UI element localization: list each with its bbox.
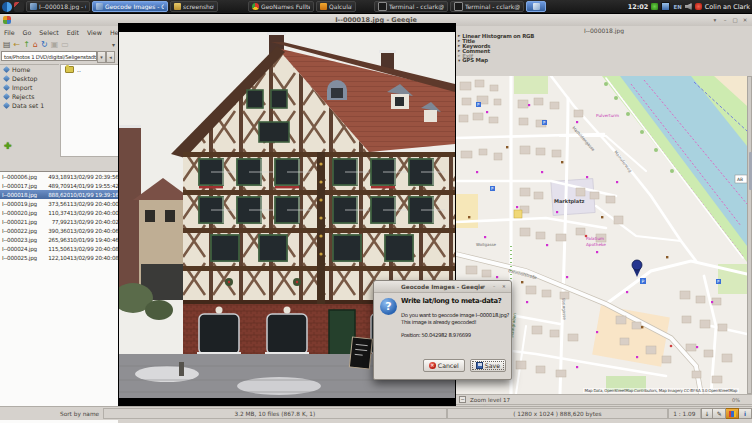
shortcut-rejects[interactable]: Rejects — [0, 92, 59, 101]
window-minimize-button[interactable]: – — [721, 16, 729, 24]
dialog-heading: Write lat/long to meta-data? — [401, 297, 501, 305]
shortcut-home[interactable]: Home — [0, 65, 59, 74]
dialog-titlebar[interactable]: Geocode Images - Geeqie ▾ – ✕ — [374, 281, 511, 293]
cancel-icon: ✕ — [429, 362, 436, 369]
up-icon[interactable]: ↑ — [23, 40, 30, 50]
map-zoom-bar: − Zoom level 17 0% — [456, 394, 752, 405]
task-launcher-active[interactable] — [526, 1, 546, 12]
file-row[interactable]: I--000025.jpg 122,104 13/02/99 20:40:08 — [0, 253, 118, 262]
shortcut-dataset1[interactable]: Data set 1 — [0, 101, 59, 110]
desktop-pager-icon[interactable] — [14, 2, 24, 12]
task-terminal-2[interactable]: Terminal - cclark@taltr... — [450, 1, 524, 12]
path-dropdown-button[interactable]: ▾ — [97, 51, 106, 63]
display-tray-icon[interactable] — [661, 2, 670, 11]
task-geonames[interactable]: GeoNames Fulltextsear... — [248, 1, 314, 12]
map-progress: 0% — [732, 397, 752, 403]
notification-tray-icon[interactable] — [695, 3, 702, 10]
zoom-ratio: 1 : 1.09 — [668, 408, 701, 419]
collapse-icon[interactable]: − — [459, 396, 466, 403]
calculator-icon — [320, 3, 327, 10]
expander-open-icon: ▾ — [458, 59, 460, 63]
float-pane-icon[interactable]: ▣ — [51, 40, 59, 50]
path-detach-button[interactable]: ◂ — [106, 51, 115, 63]
file-row[interactable]: I--000024.jpg 115,506 13/02/99 20:40:08 — [0, 244, 118, 253]
folder-list: .. — [60, 64, 118, 157]
palette-icon — [729, 411, 736, 417]
map-scrollbar-thumb[interactable] — [749, 152, 752, 190]
folder-up-item[interactable]: .. — [61, 65, 118, 74]
dialog-minimize-button[interactable]: – — [490, 283, 498, 291]
save-icon — [476, 362, 483, 369]
dialog-position: Position: 50.042982 8.976699 — [401, 332, 471, 338]
back-icon[interactable]: ← — [14, 40, 21, 50]
window-pin-button[interactable]: ▾ — [711, 16, 719, 24]
keyboard-layout[interactable]: EN — [673, 4, 681, 10]
pick-color-button[interactable]: ✎ — [713, 408, 726, 419]
menu-edit[interactable]: Edit — [63, 29, 83, 36]
svg-text:P: P — [641, 279, 644, 284]
browser-icon — [252, 3, 259, 10]
files-info: 3.2 MB, 10 files (867.8 K, 1) — [103, 408, 447, 419]
path-input[interactable]: tos/Photos 1 DVD/digital/Seligenstadt — [1, 51, 97, 61]
window-close-button[interactable]: ✕ — [741, 16, 749, 24]
menu-file[interactable]: File — [0, 29, 19, 36]
shortcut-desktop[interactable]: Desktop — [0, 74, 59, 83]
task-geeqie-main[interactable]: I--000018.jpg - Geeqie — [26, 1, 90, 12]
file-row[interactable]: I--000022.jpg 390,360 13/02/99 20:40:06 — [0, 226, 118, 235]
map-label-pulverturm: Pulverturm — [596, 113, 619, 118]
window-maximize-button[interactable]: ▢ — [731, 16, 739, 24]
first-image-button[interactable]: ↓ — [701, 408, 714, 419]
map-scrollbar[interactable] — [747, 76, 752, 394]
map-label-ab: AB — [737, 177, 743, 182]
file-row[interactable]: I--000017.jpg 489,709 14/01/99 19:55:42 — [0, 181, 118, 190]
file-row[interactable]: I--000019.jpg 373,561 13/02/99 20:40:00 — [0, 199, 118, 208]
menu-select[interactable]: Select — [35, 29, 62, 36]
folder-icon — [65, 66, 74, 73]
question-icon: ? — [380, 298, 397, 315]
color-management-button[interactable] — [726, 408, 739, 419]
dialog-close-button[interactable]: ✕ — [500, 283, 508, 291]
bookmark-icon — [3, 102, 10, 109]
path-bar: tos/Photos 1 DVD/digital/Seligenstadt ▾ … — [1, 51, 117, 63]
bookmark-icon — [3, 93, 10, 100]
task-geocode-dialog[interactable]: Geocode Images - Gee... — [92, 1, 168, 12]
cancel-button[interactable]: ✕ Cancel — [423, 359, 465, 372]
terminal-icon — [378, 2, 387, 11]
file-row[interactable]: I--000006.jpg 493,189 13/02/99 20:39:56 — [0, 172, 118, 181]
shortcut-import[interactable]: Import — [0, 83, 59, 92]
sort-by-button[interactable]: Sort by name — [60, 411, 99, 417]
image-details-button[interactable]: i — [739, 408, 752, 419]
dialog-line1: Do you want to geocode image I--000018.j… — [401, 312, 509, 318]
geocode-dialog: Geocode Images - Geeqie ▾ – ✕ ? Write la… — [373, 280, 512, 380]
bookmark-icon — [3, 66, 10, 73]
bookmark-icon — [3, 75, 10, 82]
file-row[interactable]: I--000023.jpg 265,963 10/01/99 19:40:46 — [0, 235, 118, 244]
toolbar: ▤ ← ↑ ⌂ ↻ ▣ ▭ ▾ — [0, 39, 118, 51]
task-terminal-1[interactable]: Terminal - cclark@taltr... — [374, 1, 448, 12]
clock[interactable]: 12:02 — [628, 3, 649, 11]
file-row-selected[interactable]: I--000018.jpg 888,620 10/01/99 19:39:16 — [0, 190, 118, 199]
save-button[interactable]: Save — [470, 359, 506, 372]
file-row[interactable]: I--000020.jpg 110,374 13/02/99 20:40:00 — [0, 208, 118, 217]
file-row[interactable]: I--000021.jpg 77,992 13/02/99 20:40:02 — [0, 217, 118, 226]
zoom-level-label: Zoom level 17 — [470, 397, 510, 403]
updates-tray-icon[interactable] — [651, 3, 658, 10]
task-screenshots[interactable]: screenshots — [170, 1, 218, 12]
add-shortcut-button[interactable]: ✚ — [4, 141, 12, 151]
task-qalculate[interactable]: Qalculate! — [316, 1, 356, 12]
map-label-apotheke-2: Apotheke — [586, 242, 606, 247]
dialog-pin-button[interactable]: ▾ — [480, 283, 488, 291]
refresh-icon[interactable]: ↻ — [41, 40, 48, 50]
statusbar: Sort by name 3.2 MB, 10 files (867.8 K, … — [0, 406, 752, 420]
thumbnails-toggle-icon[interactable]: ▤ — [3, 40, 11, 50]
volume-tray-icon[interactable] — [685, 3, 692, 10]
home-icon[interactable]: ⌂ — [33, 40, 38, 50]
menu-view[interactable]: View — [83, 29, 106, 36]
split-pane-icon[interactable]: ▭ — [61, 40, 69, 50]
file-browser-panel: File Go Select Edit View Help ▤ ← ↑ ⌂ ↻ … — [0, 26, 118, 423]
user-menu[interactable]: Colin an Clark — [705, 3, 750, 11]
menu-go[interactable]: Go — [19, 29, 36, 36]
toolbar-overflow-icon[interactable]: ▾ — [112, 40, 115, 50]
applications-menu-icon[interactable] — [2, 2, 12, 12]
section-gps-map[interactable]: ▾ GPS Map — [456, 58, 752, 63]
